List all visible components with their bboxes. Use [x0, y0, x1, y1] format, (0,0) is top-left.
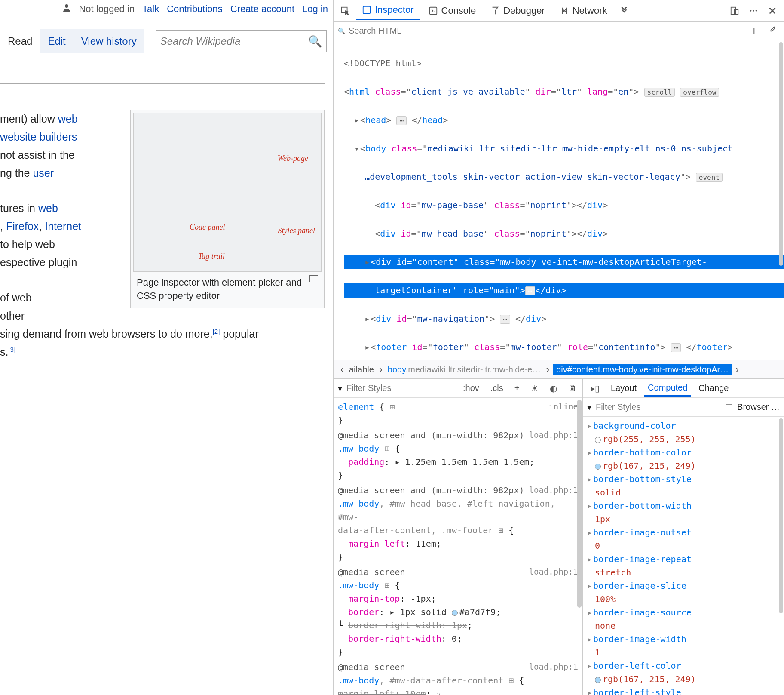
enlarge-icon[interactable]	[309, 275, 318, 282]
tab-view-history[interactable]: View history	[74, 29, 144, 53]
link-web[interactable]: web	[58, 113, 78, 125]
search-box[interactable]: 🔍	[156, 30, 327, 52]
citation-3[interactable]: [3]	[8, 346, 15, 353]
para-line: s.[3]	[0, 343, 325, 361]
svg-rect-4	[731, 7, 736, 14]
para-line: other	[0, 307, 325, 325]
not-logged-in-label: Not logged in	[79, 3, 135, 15]
rules-pane: ▾ :hov .cls + ☀ ◐ 🗎 inlineelement { ⊞} l…	[334, 379, 583, 695]
tab-layout[interactable]: Layout	[607, 381, 640, 396]
hov-button[interactable]: :hov	[459, 381, 483, 395]
html-search-input[interactable]	[349, 26, 744, 36]
link-internet[interactable]: Internet	[45, 220, 81, 232]
rules-toolbar: ▾ :hov .cls + ☀ ◐ 🗎	[334, 379, 582, 398]
filter-icon: ▾	[338, 383, 342, 394]
thumbnail-caption: Page inspector with element picker and C…	[133, 272, 322, 305]
filter-icon: ▾	[587, 402, 591, 412]
html-search-bar: 🔍 +	[334, 22, 784, 40]
devtools-toolbar: Inspector Console Debugger Network	[334, 0, 784, 22]
page-actions: Read Edit View history 🔍	[0, 29, 333, 53]
article-body: Web-page Code panel Styles panel Tag tra…	[0, 53, 333, 369]
more-tabs-icon[interactable]	[616, 3, 632, 19]
tab-network[interactable]: Network	[554, 2, 613, 20]
pick-element-icon[interactable]	[337, 3, 353, 19]
wikipedia-page: Not logged in Talk Contributions Create …	[0, 0, 334, 695]
cls-button[interactable]: .cls	[487, 381, 507, 395]
add-rule-icon[interactable]: +	[511, 381, 523, 395]
computed-list[interactable]: ▸background-colorrgb(255, 255, 255)▸bord…	[583, 417, 784, 695]
thumbnail-image[interactable]: Web-page Code panel Styles panel Tag tra…	[133, 113, 322, 272]
breadcrumb: ‹ ailable › body.mediawiki.ltr.sitedir-l…	[334, 360, 784, 379]
search-icon[interactable]: 🔍	[308, 35, 322, 48]
tab-console[interactable]: Console	[423, 2, 482, 20]
computed-property[interactable]: ▸border-bottom-width1px	[587, 499, 780, 526]
link-firefox[interactable]: Firefox	[6, 220, 39, 232]
close-devtools-icon[interactable]	[764, 3, 781, 19]
computed-filter-input[interactable]	[596, 402, 721, 412]
tab-read[interactable]: Read	[0, 29, 40, 53]
computed-property[interactable]: ▸border-image-repeatstretch	[587, 553, 780, 579]
print-mode-icon[interactable]: 🗎	[565, 381, 580, 395]
link-web2[interactable]: web	[38, 202, 58, 214]
dark-mode-icon[interactable]: ◐	[546, 381, 560, 395]
link-user[interactable]: user	[33, 167, 54, 179]
dom-tree[interactable]: <!DOCTYPE html> <html class="client-js v…	[334, 40, 784, 360]
computed-property[interactable]: ▸border-bottom-stylesolid	[587, 473, 780, 499]
search-input[interactable]	[160, 35, 308, 47]
svg-rect-2	[363, 6, 371, 14]
thumb-label-styles: Styles panel	[278, 224, 315, 237]
talk-link[interactable]: Talk	[142, 3, 159, 15]
computed-filter-bar: ▾ ☐ Browser …	[583, 398, 784, 417]
breadcrumb-prev-icon[interactable]: ‹	[337, 363, 347, 375]
article-thumbnail: Web-page Code panel Styles panel Tag tra…	[130, 110, 325, 308]
tab-inspector[interactable]: Inspector	[356, 1, 420, 20]
browser-styles-checkbox[interactable]: ☐	[725, 402, 733, 412]
light-mode-icon[interactable]: ☀	[527, 381, 542, 395]
computed-property[interactable]: ▸border-image-sourcenone	[587, 606, 780, 633]
svg-rect-5	[734, 9, 738, 14]
eyedropper-icon[interactable]	[764, 24, 780, 37]
computed-property[interactable]: ▸border-bottom-colorrgb(167, 215, 249)	[587, 446, 780, 473]
breadcrumb-item[interactable]: ailable	[347, 365, 376, 375]
rules-filter-input[interactable]	[346, 383, 455, 393]
breadcrumb-item-active[interactable]: div#content.mw-body.ve-init-mw-desktopAr…	[553, 364, 732, 375]
breadcrumb-next-icon[interactable]: ›	[732, 363, 742, 375]
styles-split: ▾ :hov .cls + ☀ ◐ 🗎 inlineelement { ⊞} l…	[334, 379, 784, 695]
computed-property[interactable]: ▸border-image-width1	[587, 633, 780, 659]
add-node-icon[interactable]: +	[747, 24, 761, 37]
tab-edit[interactable]: Edit	[40, 29, 73, 53]
toggle-sidebar-icon[interactable]: ▸▯	[587, 381, 603, 395]
computed-pane: ▸▯ Layout Computed Change ▾ ☐ Browser … …	[583, 379, 784, 695]
heading-rule	[0, 83, 325, 84]
rules-list[interactable]: inlineelement { ⊞} load.php:1@media scre…	[334, 398, 582, 695]
chevron-right-icon: ›	[376, 363, 386, 375]
responsive-mode-icon[interactable]	[726, 3, 743, 19]
computed-property[interactable]: ▸border-image-slice100%	[587, 579, 780, 606]
svg-point-0	[65, 4, 68, 8]
kebab-menu-icon[interactable]	[745, 3, 762, 19]
computed-property[interactable]: ▸border-left-stylesolid	[587, 686, 780, 695]
computed-property[interactable]: ▸border-image-outset0	[587, 526, 780, 553]
overflow-badge[interactable]: overflow	[680, 88, 719, 97]
thumb-label-code: Code panel	[190, 221, 225, 234]
devtools: Inspector Console Debugger Network 🔍 + <…	[334, 0, 784, 695]
breadcrumb-item[interactable]: body.mediawiki.ltr.sitedir-ltr.mw-hide-e…	[386, 365, 542, 375]
create-account-link[interactable]: Create account	[230, 3, 294, 15]
contributions-link[interactable]: Contributions	[167, 3, 223, 15]
thumb-label-tags: Tag trail	[198, 250, 225, 263]
search-icon: 🔍	[338, 28, 345, 34]
computed-property[interactable]: ▸border-left-colorrgb(167, 215, 249)	[587, 659, 780, 686]
tab-debugger[interactable]: Debugger	[484, 2, 551, 20]
link-website-builders[interactable]: website builders	[0, 131, 77, 143]
computed-property[interactable]: ▸background-colorrgb(255, 255, 255)	[587, 419, 780, 446]
thumb-label-webpage: Web-page	[278, 152, 308, 165]
tab-computed[interactable]: Computed	[644, 380, 691, 397]
citation-2[interactable]: [2]	[213, 328, 220, 335]
personal-tools: Not logged in Talk Contributions Create …	[0, 0, 333, 18]
event-badge[interactable]: event	[696, 173, 723, 182]
tab-changes[interactable]: Change	[695, 381, 732, 396]
log-in-link[interactable]: Log in	[302, 3, 328, 15]
scroll-badge[interactable]: scroll	[644, 88, 675, 97]
selected-dom-node[interactable]: ▸<div id="content" class="mw-body ve-ini…	[344, 255, 784, 269]
svg-point-8	[756, 10, 757, 12]
